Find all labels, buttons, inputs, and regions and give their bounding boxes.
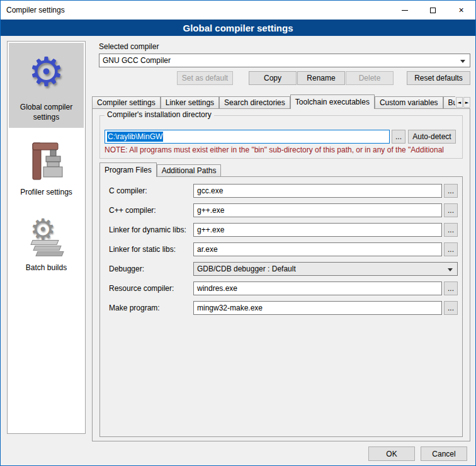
dynamic-linker-browse-button[interactable]: ...: [444, 223, 458, 237]
ok-button[interactable]: OK: [368, 446, 415, 461]
maximize-button[interactable]: [419, 1, 447, 20]
static-linker-value: ar.exe: [197, 245, 218, 254]
make-program-browse-button[interactable]: ...: [444, 301, 458, 315]
auto-detect-button[interactable]: Auto-detect: [408, 130, 456, 144]
settings-tabstrip: Compiler settings Linker settings Search…: [92, 94, 455, 109]
make-program-input[interactable]: mingw32-make.exe: [193, 301, 442, 315]
cpp-compiler-value: g++.exe: [197, 206, 224, 215]
resource-compiler-input[interactable]: windres.exe: [193, 281, 442, 295]
tab-linker-settings[interactable]: Linker settings: [161, 96, 219, 108]
tab-search-directories[interactable]: Search directories: [219, 96, 290, 108]
c-compiler-value: gcc.exe: [197, 186, 223, 195]
debugger-label: Debugger:: [109, 264, 144, 273]
sidebar-item-label: Batch builds: [26, 263, 67, 273]
sidebar-item-batch-builds[interactable]: ⚙ Batch builds: [9, 211, 84, 279]
chevron-down-icon: [448, 268, 453, 271]
sidebar-item-global-compiler-settings[interactable]: ⚙ Global compiler settings: [9, 43, 84, 128]
dynamic-linker-label: Linker for dynamic libs:: [109, 225, 186, 234]
c-compiler-input[interactable]: gcc.exe: [193, 184, 442, 198]
program-files-tabstrip: Program Files Additional Paths: [99, 162, 452, 177]
settings-sidebar: ⚙ Global compiler settings Profiler sett…: [7, 41, 86, 434]
static-linker-browse-button[interactable]: ...: [444, 242, 458, 256]
chevron-down-icon: [460, 60, 465, 63]
selected-compiler-label: Selected compiler: [99, 42, 159, 51]
cpp-compiler-browse-button[interactable]: ...: [444, 203, 458, 217]
rename-button[interactable]: Rename: [297, 71, 345, 85]
debugger-value: GDB/CDB debugger : Default: [197, 264, 296, 273]
subtab-program-files[interactable]: Program Files: [99, 162, 157, 177]
dynamic-linker-input[interactable]: g++.exe: [193, 223, 442, 237]
minimize-button[interactable]: [390, 1, 419, 20]
make-program-value: mingw32-make.exe: [197, 304, 263, 312]
tab-build-options[interactable]: Build options: [443, 96, 455, 108]
window-title: Compiler settings: [1, 6, 65, 14]
static-linker-input[interactable]: ar.exe: [193, 242, 442, 256]
tab-scroll-right-icon[interactable]: ►: [463, 97, 470, 108]
maximize-icon: [430, 8, 436, 13]
c-compiler-browse-button[interactable]: ...: [444, 184, 458, 198]
installation-directory-browse-button[interactable]: ...: [392, 130, 405, 144]
set-as-default-button[interactable]: Set as default: [177, 71, 233, 85]
compiler-settings-window: Compiler settings × Global compiler sett…: [0, 0, 476, 466]
tab-scroll-arrows: ◄ ►: [456, 97, 470, 108]
tab-scroll-left-icon[interactable]: ◄: [456, 97, 463, 108]
program-files-panel: C compiler: gcc.exe ... C++ compiler: g+…: [99, 176, 463, 437]
sidebar-item-profiler-settings[interactable]: Profiler settings: [9, 135, 84, 203]
subtab-additional-paths[interactable]: Additional Paths: [157, 164, 222, 176]
selected-compiler-value: GNU GCC Compiler: [103, 56, 171, 65]
batch-builds-icon: ⚙: [26, 217, 67, 258]
close-button[interactable]: ×: [447, 1, 475, 20]
resource-compiler-label: Resource compiler:: [109, 284, 174, 293]
sidebar-item-label: Global compiler settings: [11, 103, 81, 122]
selected-compiler-dropdown[interactable]: GNU GCC Compiler: [99, 54, 470, 67]
installation-directory-group-title: Compiler's installation directory: [105, 110, 214, 119]
resource-compiler-browse-button[interactable]: ...: [444, 281, 458, 295]
dynamic-linker-value: g++.exe: [197, 225, 224, 234]
minimize-icon: [402, 10, 408, 11]
resource-compiler-value: windres.exe: [197, 284, 237, 293]
gear-icon: ⚙: [28, 49, 64, 97]
installation-directory-input[interactable]: C:\raylib\MinGW: [105, 130, 390, 144]
static-linker-label: Linker for static libs:: [109, 245, 176, 254]
cancel-button[interactable]: Cancel: [421, 446, 467, 461]
delete-button[interactable]: Delete: [346, 71, 394, 85]
caption-buttons: ×: [390, 1, 475, 20]
debugger-dropdown[interactable]: GDB/CDB debugger : Default: [193, 262, 458, 276]
cpp-compiler-label: C++ compiler:: [109, 206, 156, 215]
tab-toolchain-executables[interactable]: Toolchain executables: [290, 94, 375, 109]
make-program-label: Make program:: [109, 304, 160, 312]
close-icon: ×: [458, 6, 463, 14]
titlebar[interactable]: Compiler settings ×: [1, 1, 475, 20]
reset-defaults-button[interactable]: Reset defaults: [407, 71, 470, 85]
profiler-icon: [26, 142, 67, 182]
dialog-banner-title: Global compiler settings: [183, 23, 293, 33]
bin-note-text: NOTE: All programs must exist either in …: [105, 145, 462, 154]
dialog-banner: Global compiler settings: [1, 20, 475, 36]
tab-custom-variables[interactable]: Custom variables: [375, 96, 443, 108]
installation-directory-value: C:\raylib\MinGW: [107, 132, 163, 142]
cpp-compiler-input[interactable]: g++.exe: [193, 203, 442, 217]
c-compiler-label: C compiler:: [109, 186, 147, 195]
sidebar-item-label: Profiler settings: [20, 188, 72, 198]
tab-compiler-settings[interactable]: Compiler settings: [92, 96, 161, 108]
copy-button[interactable]: Copy: [249, 71, 297, 85]
